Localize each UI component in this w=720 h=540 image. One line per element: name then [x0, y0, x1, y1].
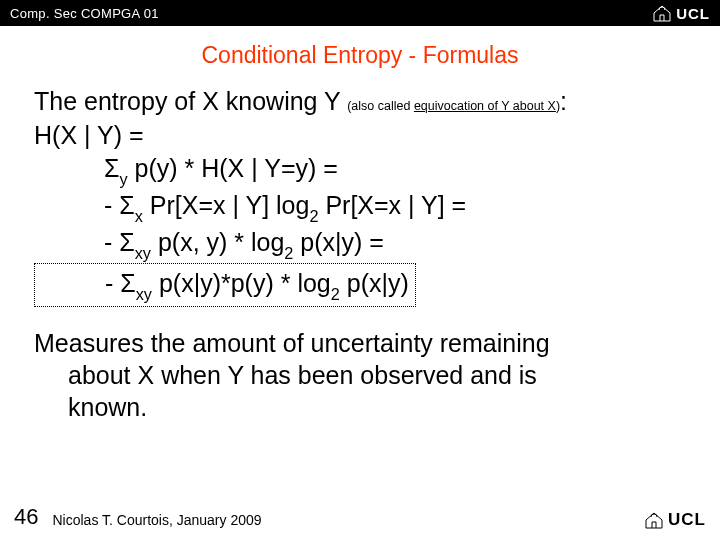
- intro-prefix: The entropy of X knowing Y: [34, 87, 347, 115]
- note-underlined: equivocation of Y about X: [414, 99, 556, 113]
- f4c: p(x|y): [340, 269, 409, 297]
- ucl-dome-icon: [652, 3, 672, 23]
- definition-line: H(X | Y) =: [34, 119, 692, 151]
- f3a: - Σ: [104, 228, 135, 256]
- body-line-1: Measures the amount of uncertainty remai…: [34, 329, 550, 357]
- ucl-dome-icon: [644, 510, 664, 530]
- author-line: Nicolas T. Courtois, January 2009: [52, 512, 261, 528]
- slide-footer: 46 Nicolas T. Courtois, January 2009 UCL: [0, 504, 720, 530]
- sub-xy2: xy: [136, 285, 152, 303]
- intro-note: (also called equivocation of Y about X): [347, 99, 560, 113]
- note-open: (also called: [347, 99, 414, 113]
- sub-2c: 2: [331, 285, 340, 303]
- page-number: 46: [14, 504, 38, 530]
- sub-2a: 2: [309, 207, 318, 225]
- intro-line: The entropy of X knowing Y (also called …: [34, 85, 692, 117]
- header-bar: Comp. Sec COMPGA 01 UCL: [0, 0, 720, 26]
- sub-x: x: [135, 207, 143, 225]
- f4b: p(x|y)*p(y) * log: [152, 269, 331, 297]
- ucl-logo-text-bottom: UCL: [668, 510, 706, 530]
- body-line-2: about X when Y has been observed and is: [34, 359, 692, 391]
- f2c: Pr[X=x | Y] =: [318, 191, 466, 219]
- footer-left: 46 Nicolas T. Courtois, January 2009: [14, 504, 262, 530]
- f2a: - Σ: [104, 191, 135, 219]
- ucl-logo-top: UCL: [652, 3, 710, 23]
- sub-2b: 2: [284, 244, 293, 262]
- ucl-logo-bottom: UCL: [644, 510, 706, 530]
- intro-suffix: :: [560, 87, 567, 115]
- body-paragraph: Measures the amount of uncertainty remai…: [34, 327, 692, 423]
- formula-1: Σy p(y) * H(X | Y=y) =: [34, 152, 692, 188]
- sub-xy1: xy: [135, 244, 151, 262]
- f3b: p(x, y) * log: [151, 228, 284, 256]
- formula-2: - Σx Pr[X=x | Y] log2 Pr[X=x | Y] =: [34, 189, 692, 225]
- formula-3: - Σxy p(x, y) * log2 p(x|y) =: [34, 226, 692, 262]
- course-code: Comp. Sec COMPGA 01: [10, 6, 159, 21]
- slide-title: Conditional Entropy - Formulas: [0, 42, 720, 69]
- slide-content: The entropy of X knowing Y (also called …: [0, 85, 720, 423]
- f1-body: p(y) * H(X | Y=y) =: [128, 154, 338, 182]
- sigma: Σ: [104, 154, 119, 182]
- formula-4-boxed: - Σxy p(x|y)*p(y) * log2 p(x|y): [34, 263, 416, 307]
- ucl-logo-text-top: UCL: [676, 5, 710, 22]
- sub-y: y: [119, 170, 127, 188]
- f4a: - Σ: [105, 269, 136, 297]
- f2b: Pr[X=x | Y] log: [143, 191, 310, 219]
- body-line-3: known.: [34, 391, 692, 423]
- f3c: p(x|y) =: [293, 228, 384, 256]
